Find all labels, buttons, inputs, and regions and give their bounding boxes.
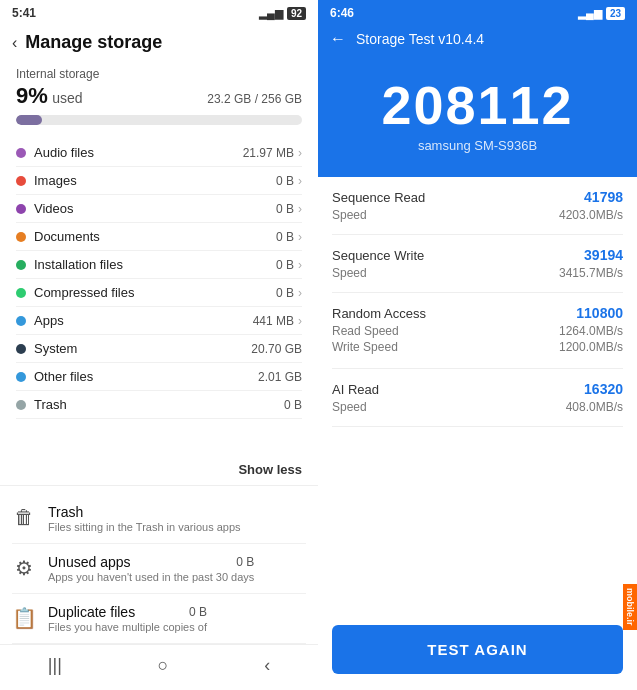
left-panel: 5:41 ▂▄▆ 92 ‹ Manage storage Internal st… xyxy=(0,0,318,690)
ai-read-label: AI Read xyxy=(332,382,379,397)
seq-read-speed-value: 4203.0MB/s xyxy=(559,208,623,222)
show-less-button[interactable]: Show less xyxy=(0,454,318,485)
left-status-time: 5:41 xyxy=(12,6,36,20)
score-number: 208112 xyxy=(381,78,573,132)
other-label: Other files xyxy=(34,369,93,384)
right-panel: 6:46 ▂▄▆ 23 ← Storage Test v10.4.4 20811… xyxy=(318,0,637,690)
chevron-icon: › xyxy=(298,230,302,244)
ai-speed-value: 408.0MB/s xyxy=(566,400,623,414)
bottom-item-unused: ⚙ Unused apps 0 B Apps you haven't used … xyxy=(12,544,306,594)
storage-section: Internal storage 9% used 23.2 GB / 256 G… xyxy=(0,59,318,139)
used-percent: 9% used xyxy=(16,83,83,109)
file-item-documents[interactable]: Documents 0 B › xyxy=(16,223,302,251)
bottom-item-trash: 🗑 Trash Files sitting in the Trash in va… xyxy=(12,494,306,544)
ai-speed-label: Speed xyxy=(332,400,367,414)
file-item-other: Other files 2.01 GB xyxy=(16,363,302,391)
videos-dot xyxy=(16,204,26,214)
chevron-icon: › xyxy=(298,286,302,300)
metrics-section: Sequence Read 41798 Speed 4203.0MB/s Seq… xyxy=(318,177,637,613)
battery-indicator: 92 xyxy=(287,7,306,20)
unused-apps-icon: ⚙ xyxy=(12,556,36,580)
seq-read-value: 41798 xyxy=(584,189,623,205)
score-section: 208112 samsung SM-S936B xyxy=(318,58,637,177)
images-dot xyxy=(16,176,26,186)
chevron-icon: › xyxy=(298,174,302,188)
other-dot xyxy=(16,372,26,382)
videos-size: 0 B xyxy=(276,202,294,216)
file-item-system: System 20.70 GB xyxy=(16,335,302,363)
left-status-right: ▂▄▆ 92 xyxy=(259,7,306,20)
apps-size: 441 MB xyxy=(253,314,294,328)
chevron-icon: › xyxy=(298,314,302,328)
internal-label: Internal storage xyxy=(16,67,302,81)
seq-read-label: Sequence Read xyxy=(332,190,425,205)
total-storage: 23.2 GB / 256 GB xyxy=(207,92,302,106)
images-label: Images xyxy=(34,173,77,188)
chevron-icon: › xyxy=(298,202,302,216)
audio-label: Audio files xyxy=(34,145,94,160)
other-size: 2.01 GB xyxy=(258,370,302,384)
file-item-videos[interactable]: Videos 0 B › xyxy=(16,195,302,223)
file-item-installation[interactable]: Installation files 0 B › xyxy=(16,251,302,279)
right-signal-icon: ▂▄▆ xyxy=(578,7,602,20)
duplicate-size: 0 B xyxy=(189,605,207,619)
nav-back-icon[interactable]: ‹ xyxy=(264,655,270,676)
videos-label: Videos xyxy=(34,201,74,216)
installation-size: 0 B xyxy=(276,258,294,272)
test-again-section: TEST AGAIN xyxy=(318,613,637,690)
right-back-button[interactable]: ← xyxy=(330,30,346,48)
seq-write-value: 39194 xyxy=(584,247,623,263)
test-again-button[interactable]: TEST AGAIN xyxy=(332,625,623,674)
write-speed-value: 1200.0MB/s xyxy=(559,340,623,354)
documents-label: Documents xyxy=(34,229,100,244)
nav-menu-icon[interactable]: ||| xyxy=(48,655,62,676)
system-size: 20.70 GB xyxy=(251,342,302,356)
seq-write-speed-label: Speed xyxy=(332,266,367,280)
sequence-write-block: Sequence Write 39194 Speed 3415.7MB/s xyxy=(332,235,623,293)
used-row: 9% used 23.2 GB / 256 GB xyxy=(16,83,302,109)
file-item-compressed[interactable]: Compressed files 0 B › xyxy=(16,279,302,307)
installation-dot xyxy=(16,260,26,270)
ai-read-value: 16320 xyxy=(584,381,623,397)
system-dot xyxy=(16,344,26,354)
right-battery: 23 xyxy=(606,7,625,20)
audio-size: 21.97 MB xyxy=(243,146,294,160)
page-title: Manage storage xyxy=(25,32,162,53)
audio-dot xyxy=(16,148,26,158)
storage-bar-fill xyxy=(16,115,42,125)
apps-dot xyxy=(16,316,26,326)
system-label: System xyxy=(34,341,77,356)
random-label: Random Access xyxy=(332,306,426,321)
file-item-apps[interactable]: Apps 441 MB › xyxy=(16,307,302,335)
trash-title: Trash xyxy=(48,504,83,520)
trash-size: 0 B xyxy=(284,398,302,412)
apps-label: Apps xyxy=(34,313,64,328)
file-item-images[interactable]: Images 0 B › xyxy=(16,167,302,195)
images-size: 0 B xyxy=(276,174,294,188)
back-button[interactable]: ‹ xyxy=(12,34,17,52)
nav-home-icon[interactable]: ○ xyxy=(158,655,169,676)
storage-bar xyxy=(16,115,302,125)
file-item-audio[interactable]: Audio files 21.97 MB › xyxy=(16,139,302,167)
nav-bar: ||| ○ ‹ xyxy=(0,644,318,690)
sequence-read-block: Sequence Read 41798 Speed 4203.0MB/s xyxy=(332,177,623,235)
duplicate-title: Duplicate files xyxy=(48,604,135,620)
trash-dot xyxy=(16,400,26,410)
left-header: ‹ Manage storage xyxy=(0,24,318,59)
file-list: Audio files 21.97 MB › Images 0 B › Vide… xyxy=(0,139,318,454)
write-speed-label: Write Speed xyxy=(332,340,398,354)
left-status-bar: 5:41 ▂▄▆ 92 xyxy=(0,0,318,24)
read-speed-label: Read Speed xyxy=(332,324,399,338)
random-value: 110800 xyxy=(576,305,623,321)
ai-read-block: AI Read 16320 Speed 408.0MB/s xyxy=(332,369,623,427)
score-device: samsung SM-S936B xyxy=(418,138,537,153)
bottom-items: 🗑 Trash Files sitting in the Trash in va… xyxy=(0,485,318,644)
compressed-size: 0 B xyxy=(276,286,294,300)
unused-size: 0 B xyxy=(236,555,254,569)
right-status-bar: 6:46 ▂▄▆ 23 xyxy=(318,0,637,24)
right-status-right: ▂▄▆ 23 xyxy=(578,7,625,20)
file-item-trash: Trash 0 B xyxy=(16,391,302,419)
unused-desc: Apps you haven't used in the past 30 day… xyxy=(48,571,254,583)
signal-icon: ▂▄▆ xyxy=(259,7,283,20)
chevron-icon: › xyxy=(298,146,302,160)
